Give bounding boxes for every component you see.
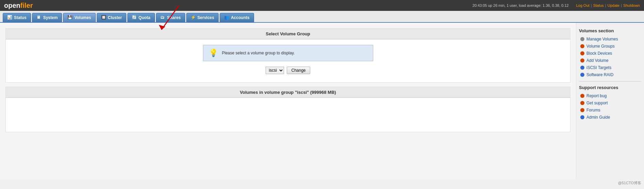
tab-accounts-label: Accounts (231, 15, 250, 20)
topbar: openfiler 20:43:05 up 26 min, 1 user, lo… (0, 0, 644, 11)
volume-group-select[interactable]: iscsi (266, 67, 284, 74)
status-tab-icon: 📊 (7, 15, 13, 20)
volumes-section-title: Volumes section (579, 28, 641, 33)
tab-cluster-label: Cluster (108, 15, 122, 20)
sidebar-block-devices-label: Block Devices (586, 51, 612, 56)
system-tab-icon: 🖥 (36, 15, 42, 20)
shutdown-link[interactable]: Shutdown (623, 3, 640, 7)
tab-system[interactable]: 🖥 System (32, 13, 62, 22)
admin-guide-icon (580, 115, 584, 119)
sidebar-divider (579, 81, 641, 82)
info-box: 💡 Please select a volume group to displa… (203, 45, 373, 61)
select-volume-group-section: Select Volume Group 💡 Please select a vo… (5, 28, 570, 83)
watermark: @51CTO博客 (0, 179, 644, 187)
sidebar-get-support-label: Get support (586, 101, 608, 105)
sidebar-add-volume[interactable]: Add Volume (579, 57, 641, 64)
volumes-tab-icon: 💾 (67, 15, 73, 20)
sidebar-software-raid[interactable]: Software RAID (579, 72, 641, 78)
info-box-message: Please select a volume group to display. (222, 51, 295, 55)
software-raid-icon (580, 73, 584, 77)
sidebar-block-devices[interactable]: Block Devices (579, 50, 641, 56)
volumes-in-group-header: Volumes in volume group "iscsi" (999968 … (6, 87, 570, 98)
sidebar-report-bug-label: Report bug (586, 93, 607, 98)
tab-cluster[interactable]: 🔲 Cluster (97, 13, 126, 22)
tab-status-label: Status (14, 15, 27, 20)
quota-tab-icon: 🔄 (132, 15, 137, 20)
iscsi-targets-icon (580, 66, 584, 70)
update-link[interactable]: Update (608, 3, 619, 7)
sidebar-manage-volumes[interactable]: Manage Volumes (579, 36, 641, 42)
sidebar-get-support[interactable]: Get support (579, 100, 641, 106)
sidebar-admin-guide-label: Admin Guide (586, 115, 610, 120)
cluster-tab-icon: 🔲 (101, 15, 107, 20)
forums-icon (580, 108, 584, 112)
content-area: Select Volume Group 💡 Please select a vo… (0, 23, 576, 179)
sidebar-add-volume-label: Add Volume (586, 58, 609, 63)
lightbulb-icon: 💡 (209, 49, 218, 57)
main-layout: Select Volume Group 💡 Please select a vo… (0, 23, 644, 179)
support-section-title: Support resources (579, 85, 641, 90)
sidebar-manage-volumes-label: Manage Volumes (586, 37, 618, 41)
volume-select-row: iscsi Change (11, 67, 565, 74)
services-tab-icon: ⚡ (191, 15, 196, 20)
select-volume-group-content: 💡 Please select a volume group to displa… (6, 39, 570, 82)
sidebar-forums[interactable]: Forums (579, 107, 641, 113)
tab-volumes-label: Volumes (74, 15, 91, 20)
sidebar-volume-groups[interactable]: Volume Groups (579, 43, 641, 49)
tab-quota[interactable]: 🔄 Quota (127, 13, 155, 22)
topbar-right: 20:43:05 up 26 min, 1 user, load average… (472, 3, 640, 7)
sidebar: Volumes section Manage Volumes Volume Gr… (576, 23, 644, 179)
tab-shares-label: Shares (167, 15, 181, 20)
sidebar-software-raid-label: Software RAID (586, 72, 613, 77)
logo: openfiler (4, 2, 33, 10)
volumes-in-group-section: Volumes in volume group "iscsi" (999968 … (5, 87, 570, 132)
sidebar-iscsi-targets-label: iSCSI Targets (586, 65, 611, 70)
tab-accounts[interactable]: 👥 Accounts (220, 13, 254, 22)
change-button[interactable]: Change (287, 67, 310, 74)
volume-groups-icon (580, 44, 584, 48)
sidebar-admin-guide[interactable]: Admin Guide (579, 114, 641, 120)
block-devices-icon (580, 51, 584, 55)
volumes-in-group-content (6, 98, 570, 132)
logout-link[interactable]: Log Out (576, 3, 590, 7)
status-link[interactable]: Status (593, 3, 604, 7)
tab-quota-label: Quota (139, 15, 151, 20)
sidebar-forums-label: Forums (586, 108, 600, 113)
report-bug-icon (580, 94, 584, 98)
tab-system-label: System (43, 15, 58, 20)
topbar-links: Log Out | Status | Update | Shutdown (576, 3, 640, 7)
system-status-text: 20:43:05 up 26 min, 1 user, load average… (472, 3, 569, 7)
sidebar-iscsi-targets[interactable]: iSCSI Targets (579, 65, 641, 71)
tab-services[interactable]: ⚡ Services (186, 13, 219, 22)
add-volume-icon (580, 58, 584, 63)
get-support-icon (580, 101, 584, 105)
tab-services-label: Services (198, 15, 214, 20)
sidebar-volume-groups-label: Volume Groups (586, 44, 615, 49)
select-volume-group-header: Select Volume Group (6, 29, 570, 39)
tab-status[interactable]: 📊 Status (3, 13, 31, 22)
shares-tab-icon: 🗂 (160, 15, 166, 20)
accounts-tab-icon: 👥 (224, 15, 230, 20)
navbar: 📊 Status 🖥 System 💾 Volumes 🔲 Cluster 🔄 … (0, 11, 644, 23)
tab-shares[interactable]: 🗂 Shares (156, 13, 185, 22)
tab-volumes[interactable]: 💾 Volumes (63, 13, 95, 22)
manage-volumes-icon (580, 37, 584, 41)
sidebar-report-bug[interactable]: Report bug (579, 93, 641, 99)
